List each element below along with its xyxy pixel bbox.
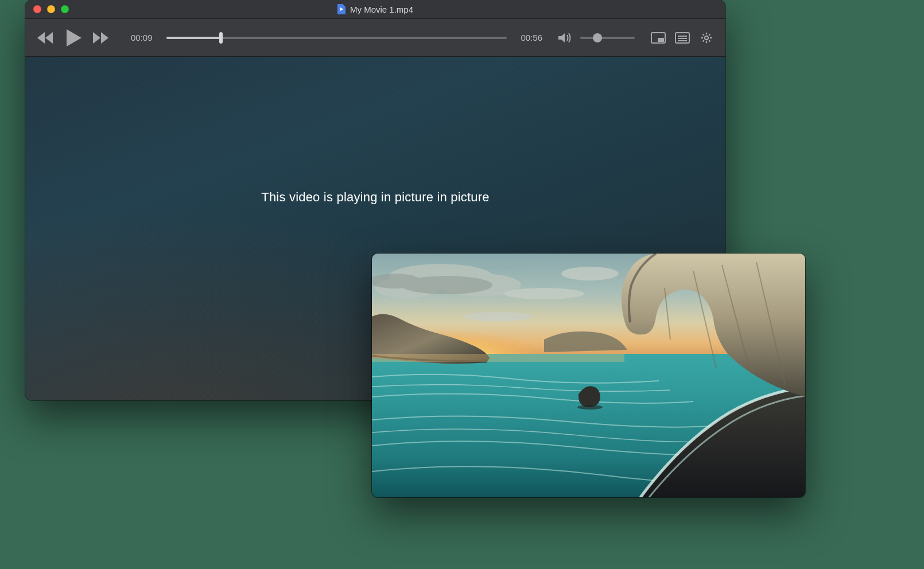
duration-time: 00:56 [521,33,542,42]
svg-rect-17 [708,33,711,36]
svg-point-31 [464,312,533,321]
progress-slider[interactable] [166,37,507,39]
pip-video-frame [372,254,805,497]
svg-marker-4 [93,32,100,44]
svg-point-30 [504,288,584,299]
video-file-icon [337,4,345,14]
window-title: My Movie 1.mp4 [350,5,413,14]
volume-slider[interactable] [580,37,635,39]
svg-marker-5 [101,32,108,44]
playlist-button[interactable] [675,32,690,44]
elapsed-time: 00:09 [131,33,153,42]
pip-video-window[interactable] [372,254,805,497]
svg-marker-3 [67,29,81,46]
window-title-group: My Movie 1.mp4 [337,4,413,14]
close-window-button[interactable] [33,5,41,13]
svg-marker-6 [558,33,565,42]
minimize-window-button[interactable] [47,5,55,13]
titlebar: My Movie 1.mp4 [25,0,725,19]
svg-marker-1 [37,32,45,44]
svg-rect-19 [702,33,705,36]
progress-fill [166,37,221,39]
svg-marker-2 [45,32,53,44]
svg-rect-13 [706,32,707,34]
rewind-button[interactable] [37,31,54,45]
volume-thumb[interactable] [593,33,602,42]
svg-point-29 [561,267,619,280]
play-button[interactable] [63,28,83,48]
picture-in-picture-button[interactable] [651,32,666,44]
right-icon-group [651,32,714,44]
svg-marker-0 [340,7,344,11]
svg-rect-18 [702,40,705,42]
progress-thumb[interactable] [219,32,223,44]
svg-rect-8 [658,38,664,42]
svg-point-33 [577,405,603,410]
playback-toolbar: 00:09 00:56 [25,19,725,57]
svg-rect-20 [708,40,711,42]
fast-forward-button[interactable] [92,31,109,45]
svg-rect-14 [706,41,707,42]
volume-icon[interactable] [557,32,572,44]
svg-rect-34 [372,354,624,362]
svg-rect-16 [710,37,712,38]
svg-rect-15 [701,37,703,38]
settings-button[interactable] [699,32,714,44]
zoom-window-button[interactable] [61,5,69,13]
pip-status-message: This video is playing in picture in pict… [261,190,489,205]
traffic-light-group [33,5,69,13]
